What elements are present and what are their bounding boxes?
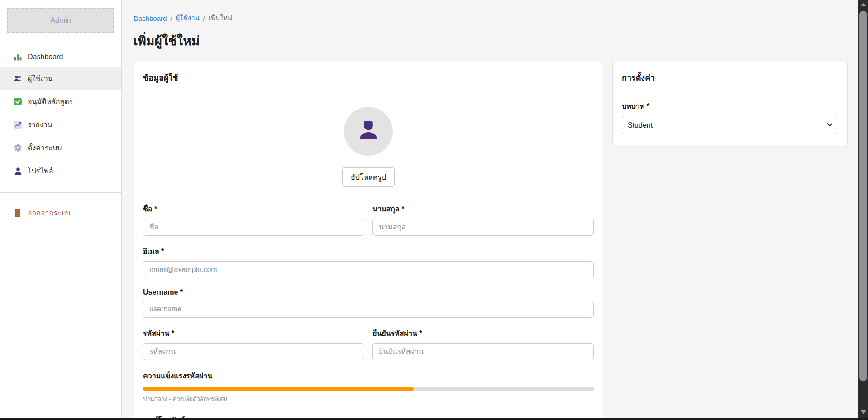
email-group: อีเมล * [143,246,594,278]
sidebar: Admin Dashboard [0,0,122,420]
check-icon [14,97,22,106]
password-group: รหัสผ่าน * [143,328,364,360]
user-form: ชื่อ * นามสกุล * อีเมล * [143,203,594,420]
first-name-group: ชื่อ * [143,203,364,236]
username-group: Username * [143,288,594,318]
last-name-input[interactable] [372,219,594,236]
sidebar-item-reports[interactable]: รายงาน [0,113,121,136]
username-input[interactable] [143,301,594,318]
sidebar-item-label: Dashboard [28,53,63,61]
logo-placeholder: Admin [7,8,114,33]
upload-photo-button[interactable]: อัปโหลดรูป [342,167,395,187]
window-bottom-edge [0,418,868,420]
sidebar-item-system-settings[interactable]: ตั้งค่าระบบ [0,136,121,159]
password-strength-hint: ปานกลาง - ควรเพิ่มตัวอักษรพิเศษ [143,394,594,404]
password-strength-label: ความแข็งแรงรหัสผ่าน [143,370,594,382]
scrollbar-up-arrow-icon[interactable] [858,0,868,9]
sidebar-nav: Dashboard ผู้ใช้งาน [0,47,121,182]
first-name-label: ชื่อ * [143,203,364,215]
sidebar-item-course-approval[interactable]: อนุมัติหลักสูตร [0,90,121,113]
email-label: อีเมล * [143,246,594,257]
breadcrumb-users[interactable]: ผู้ใช้งาน [176,13,200,24]
email-input[interactable] [143,261,594,278]
logout-link[interactable]: ออกจากระบบ [0,205,121,221]
scrollbar-thumb[interactable] [859,11,867,381]
last-name-group: นามสกุล * [372,203,594,236]
settings-card-title: การตั้งค่า [613,62,847,91]
door-icon [14,209,22,217]
confirm-password-group: ยืนยันรหัสผ่าน * [372,328,594,360]
confirm-password-input[interactable] [372,343,594,360]
person-icon [14,167,22,175]
avatar [344,107,393,156]
password-strength-track [143,387,594,391]
sidebar-item-label: ตั้งค่าระบบ [28,142,62,153]
sidebar-item-label: รายงาน [28,119,52,130]
role-label: บทบาท * [622,100,838,112]
logo-text: Admin [50,16,71,24]
vertical-scrollbar[interactable] [858,0,868,418]
admin-app: Admin Dashboard [0,0,868,420]
password-strength-fill [143,387,414,391]
scrollbar-down-arrow-icon[interactable] [858,408,868,417]
breadcrumb-dashboard[interactable]: Dashboard [134,14,167,22]
password-strength-group: ความแข็งแรงรหัสผ่าน ปานกลาง - ควรเพิ่มตั… [143,370,594,404]
role-select[interactable]: Student [622,116,838,134]
settings-card: การตั้งค่า บทบาท * Student [612,62,848,146]
password-label: รหัสผ่าน * [143,328,364,339]
user-info-card: ข้อมูลผู้ใช้ อัปโหลด [134,62,603,420]
first-name-input[interactable] [143,219,364,236]
sidebar-item-profile[interactable]: โปรไฟล์ [0,159,121,182]
breadcrumb-current: เพิ่มใหม่ [209,13,232,24]
sidebar-item-label: โปรไฟล์ [28,165,53,177]
cards-row: ข้อมูลผู้ใช้ อัปโหลด [134,62,848,420]
user-info-card-title: ข้อมูลผู้ใช้ [134,62,603,91]
sidebar-item-label: อนุมัติหลักสูตร [28,96,73,107]
sidebar-item-label: ผู้ใช้งาน [28,73,53,84]
confirm-password-label: ยืนยันรหัสผ่าน * [372,328,594,339]
logout-label: ออกจากระบบ [28,207,70,219]
username-label: Username * [143,288,594,296]
sidebar-item-users[interactable]: ผู้ใช้งาน [0,67,121,90]
breadcrumb-separator: / [170,14,172,22]
password-input[interactable] [143,343,364,360]
bar-chart-icon [14,52,22,61]
breadcrumb-separator: / [203,14,205,22]
gear-icon [14,143,22,152]
users-icon [14,74,22,83]
last-name-label: นามสกุล * [372,203,594,215]
page-title: เพิ่มผู้ใช้ใหม่ [134,31,848,51]
sidebar-divider [0,192,121,193]
avatar-person-icon [356,118,381,145]
sidebar-item-dashboard[interactable]: Dashboard [0,47,121,67]
line-chart-icon [14,120,22,129]
main-content: Dashboard / ผู้ใช้งาน / เพิ่มใหม่ เพิ่มผ… [122,0,868,420]
role-group: บทบาท * Student [622,100,838,134]
breadcrumb: Dashboard / ผู้ใช้งาน / เพิ่มใหม่ [134,13,848,24]
avatar-section: อัปโหลดรูป [143,107,594,187]
